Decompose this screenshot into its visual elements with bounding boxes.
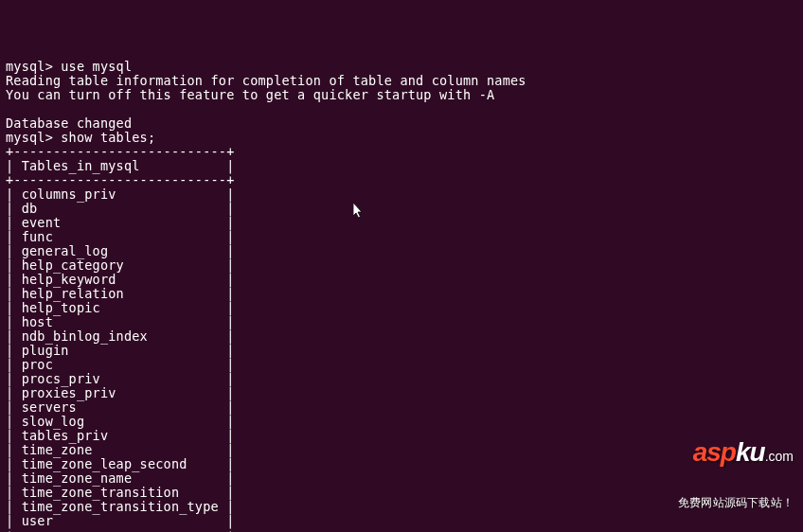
table-row: | time_zone_leap_second | xyxy=(6,456,235,471)
table-row: | time_zone_transition | xyxy=(6,485,235,500)
table-row: | event | xyxy=(6,215,235,230)
table-row: | time_zone_transition_type | xyxy=(6,499,235,514)
command-2: show tables; xyxy=(61,130,155,145)
table-row: | host | xyxy=(6,314,235,329)
table-row: | slow_log | xyxy=(6,414,235,429)
command-1: use mysql xyxy=(61,59,132,74)
msg-changed: Database changed xyxy=(6,115,132,131)
table-row: | servers | xyxy=(6,399,235,415)
table-row: | tables_priv | xyxy=(6,428,235,443)
terminal-output[interactable]: mysql> use mysql Reading table informati… xyxy=(6,60,797,532)
table-row: | db | xyxy=(6,201,235,216)
msg-reading: Reading table information for completion… xyxy=(6,73,526,88)
table-row: | func | xyxy=(6,229,235,244)
table-border: +---------------------------+ xyxy=(6,144,235,159)
table-row: | help_keyword | xyxy=(6,272,235,287)
table-row: | proc | xyxy=(6,357,235,372)
table-row: | plugin | xyxy=(6,343,235,358)
table-row: | help_category | xyxy=(6,257,235,273)
table-row: | help_relation | xyxy=(6,286,235,301)
prompt: mysql> xyxy=(6,59,53,74)
table-row: | columns_priv | xyxy=(6,186,235,202)
table-header: | Tables_in_mysql | xyxy=(6,158,235,173)
table-row: | proxies_priv | xyxy=(6,385,235,400)
table-row: | time_zone_name | xyxy=(6,470,235,486)
prompt: mysql> xyxy=(6,130,53,145)
msg-turnoff: You can turn off this feature to get a q… xyxy=(6,87,494,102)
table-border: +---------------------------+ xyxy=(6,172,235,187)
table-row: | ndb_binlog_index | xyxy=(6,328,235,344)
table-row: | user | xyxy=(6,513,235,528)
table-row: | time_zone | xyxy=(6,442,235,457)
table-row: | procs_priv | xyxy=(6,371,235,386)
table-border: +---------------------------+ xyxy=(6,527,235,532)
table-row: | help_topic | xyxy=(6,300,235,315)
table-row: | general_log | xyxy=(6,243,235,258)
